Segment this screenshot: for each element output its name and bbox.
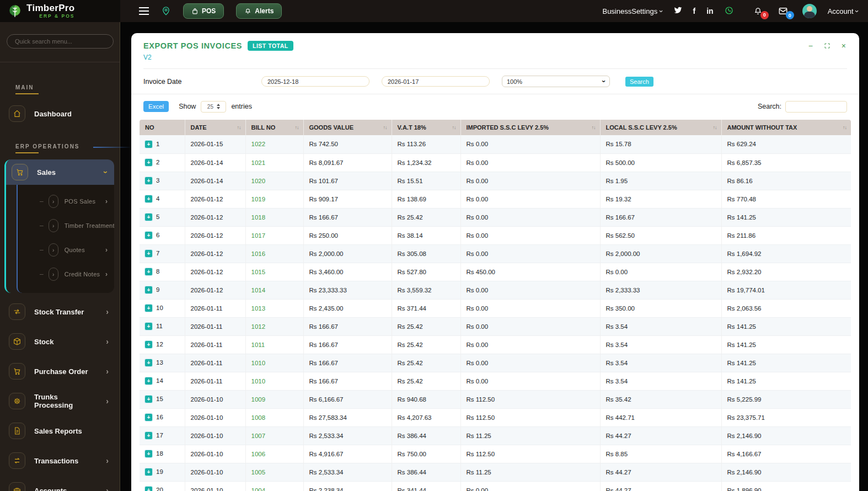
- tree-logo-icon: [8, 4, 22, 18]
- expand-row-button[interactable]: +: [145, 487, 152, 491]
- bill-no-link[interactable]: 1021: [251, 159, 266, 166]
- bill-no-link[interactable]: 1008: [251, 414, 266, 421]
- bill-no-link[interactable]: 1018: [251, 214, 266, 221]
- expand-row-button[interactable]: +: [145, 214, 152, 221]
- expand-row-button[interactable]: +: [145, 468, 152, 476]
- bill-no-link[interactable]: 1014: [251, 287, 266, 293]
- goods-value-cell: Rs 23,333.33: [303, 281, 392, 299]
- expand-row-button[interactable]: +: [145, 305, 152, 312]
- hamburger-menu-icon[interactable]: [139, 10, 149, 12]
- sidebar-item-transactions[interactable]: Transactions ›: [9, 450, 113, 472]
- date-cell: 2026-01-11: [185, 354, 245, 372]
- expand-row-button[interactable]: +: [145, 450, 152, 457]
- bill-no-link[interactable]: 1016: [251, 250, 266, 257]
- bill-no-link[interactable]: 1011: [251, 341, 265, 348]
- account-avatar[interactable]: [802, 4, 817, 18]
- expand-row-button[interactable]: +: [145, 250, 152, 257]
- vat-cell: Rs 386.44: [392, 426, 460, 445]
- sidebar-item-dashboard[interactable]: Dashboard: [9, 103, 113, 125]
- amount-cell: Rs 770.48: [721, 190, 851, 208]
- page-size-select[interactable]: 25: [201, 101, 226, 113]
- sidebar-item-stock-transfer[interactable]: Stock Transfer ›: [9, 301, 113, 323]
- no-cell: +6: [140, 226, 185, 244]
- col-amount-without-tax[interactable]: AMOUNT WITHOUT TAX↑↓: [721, 120, 851, 135]
- account-menu[interactable]: Account ›: [828, 7, 858, 15]
- bill-no-link[interactable]: 1005: [251, 469, 266, 476]
- bill-no-link[interactable]: 1004: [251, 487, 266, 491]
- col-vat[interactable]: V.A.T 18%↑↓: [392, 120, 460, 135]
- expand-row-button[interactable]: +: [145, 286, 152, 293]
- sort-icon: ↑↓: [843, 125, 846, 130]
- minimize-button[interactable]: −: [808, 42, 813, 50]
- bill-no-link[interactable]: 1009: [251, 396, 266, 403]
- brand-logo[interactable]: TimberPro ERP & POS: [0, 0, 120, 22]
- col-bill-no[interactable]: BILL NO↑↓: [245, 120, 303, 135]
- business-settings-menu[interactable]: BusinessSettings ›: [602, 7, 662, 15]
- date-to-input[interactable]: [382, 76, 490, 87]
- notifications-bell-icon[interactable]: 0: [753, 7, 763, 16]
- sort-icon: ↑↓: [713, 125, 717, 130]
- expand-row-button[interactable]: +: [145, 177, 152, 184]
- messages-envelope-icon[interactable]: 0: [778, 6, 788, 16]
- sidebar-item-trunks-processing[interactable]: Trunks Processing ›: [9, 390, 113, 412]
- table-search-input[interactable]: [785, 101, 847, 113]
- sidebar-item-accounts[interactable]: Accounts ›: [9, 479, 113, 491]
- expand-row-button[interactable]: +: [145, 414, 152, 421]
- expand-row-button[interactable]: +: [145, 268, 152, 275]
- bill-no-link[interactable]: 1020: [251, 178, 266, 184]
- linkedin-icon[interactable]: in: [706, 7, 713, 15]
- sidebar-item-stock[interactable]: Stock ›: [9, 330, 113, 353]
- bill-no-link[interactable]: 1013: [251, 305, 266, 312]
- close-button[interactable]: ×: [842, 42, 846, 50]
- date-cell: 2026-01-11: [185, 372, 245, 390]
- facebook-icon[interactable]: f: [693, 7, 696, 15]
- expand-row-button[interactable]: +: [145, 432, 152, 439]
- sidebar-item-pos-sales[interactable]: – › POS Sales ›: [18, 189, 114, 214]
- expand-button[interactable]: [824, 42, 831, 49]
- bill-no-link[interactable]: 1022: [251, 141, 266, 147]
- sidebar-item-sales[interactable]: Sales ›: [6, 159, 114, 185]
- bill-no-link[interactable]: 1010: [251, 360, 266, 366]
- sidebar-item-sales-reports[interactable]: Sales Reports: [9, 420, 113, 442]
- alerts-button[interactable]: Alerts: [236, 3, 282, 19]
- sidebar-item-credit-notes[interactable]: – › Credit Notes ›: [18, 262, 114, 286]
- chevron-right-icon: ›: [49, 195, 58, 208]
- col-date[interactable]: DATE↑↓: [185, 120, 245, 135]
- amount-cell: Rs 6,857.35: [721, 153, 851, 172]
- bill-no-cell: 1010: [245, 354, 303, 372]
- bill-no-link[interactable]: 1019: [251, 196, 266, 202]
- excel-export-button[interactable]: Excel: [143, 101, 169, 112]
- sidebar-search-input[interactable]: [7, 34, 114, 49]
- col-local-levy[interactable]: LOCAL S.S.C LEVY 2.5%↑↓: [600, 120, 721, 135]
- col-imported-levy[interactable]: IMPORTED S.S.C LEVY 2.5%↑↓: [460, 120, 600, 135]
- bill-no-link[interactable]: 1015: [251, 269, 266, 275]
- bill-no-link[interactable]: 1012: [251, 323, 266, 330]
- sidebar-item-quotes[interactable]: – › Quotes ›: [18, 238, 114, 262]
- location-pin-icon[interactable]: [161, 6, 171, 16]
- expand-row-button[interactable]: +: [145, 359, 152, 366]
- whatsapp-icon[interactable]: [725, 6, 733, 17]
- expand-row-button[interactable]: +: [145, 195, 152, 202]
- search-button[interactable]: Search: [625, 77, 653, 87]
- percent-select[interactable]: 100% ›: [502, 76, 610, 87]
- no-cell: +14: [140, 372, 185, 390]
- expand-row-button[interactable]: +: [145, 323, 152, 330]
- date-from-input[interactable]: [261, 76, 369, 87]
- table-row: +182026-01-101006Rs 4,916.67Rs 750.00Rs …: [140, 445, 851, 463]
- bill-no-link[interactable]: 1017: [251, 232, 266, 239]
- version-link[interactable]: V2: [143, 54, 152, 61]
- expand-row-button[interactable]: +: [145, 141, 152, 148]
- expand-row-button[interactable]: +: [145, 341, 152, 348]
- expand-row-button[interactable]: +: [145, 377, 152, 385]
- col-goods-value[interactable]: GOODS VALUE↑↓: [303, 120, 392, 135]
- bill-no-link[interactable]: 1006: [251, 451, 266, 457]
- twitter-icon[interactable]: [674, 6, 682, 16]
- pos-button[interactable]: POS: [183, 3, 224, 19]
- sidebar-item-timber-treatment[interactable]: – › Timber Treatment ›: [18, 214, 114, 238]
- bill-no-link[interactable]: 1007: [251, 433, 266, 439]
- bill-no-link[interactable]: 1010: [251, 378, 266, 385]
- sidebar-item-purchase-order[interactable]: Purchase Order ›: [9, 360, 113, 382]
- expand-row-button[interactable]: +: [145, 159, 152, 166]
- expand-row-button[interactable]: +: [145, 232, 152, 239]
- expand-row-button[interactable]: +: [145, 396, 152, 403]
